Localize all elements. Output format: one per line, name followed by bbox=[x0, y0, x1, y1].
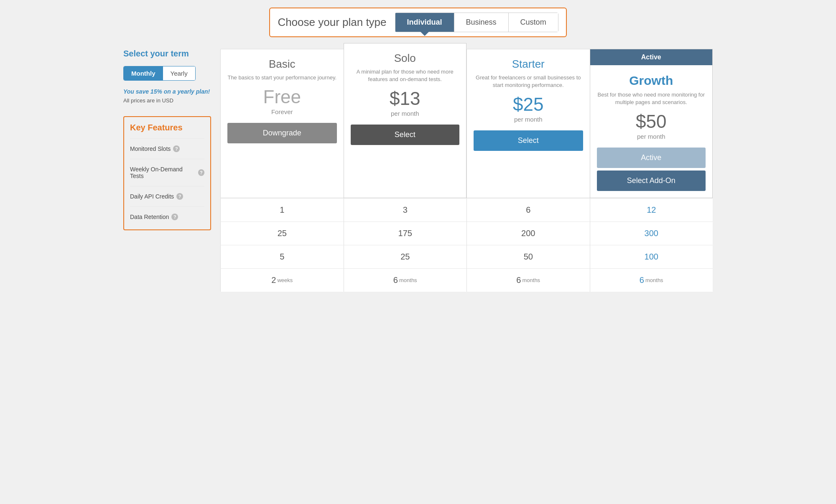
basic-monitored-slots: 1 bbox=[220, 198, 344, 221]
starter-api: 50 bbox=[466, 245, 590, 268]
term-toggle: Monthly Yearly bbox=[123, 66, 196, 81]
data-retention-help-icon[interactable]: ? bbox=[171, 214, 178, 220]
plan-solo-inner: Solo A minimal plan for those who need m… bbox=[344, 43, 466, 198]
plan-starter-price: $25 bbox=[513, 94, 543, 115]
plan-type-business[interactable]: Business bbox=[454, 13, 509, 32]
plan-starter-desc: Great for freelancers or small businesse… bbox=[474, 74, 583, 89]
term-yearly[interactable]: Yearly bbox=[163, 66, 195, 80]
feature-monitored-slots: Monitored Slots ? bbox=[130, 138, 204, 159]
starter-monitored-slots: 6 bbox=[466, 198, 590, 221]
starter-retention: 6 months bbox=[466, 268, 590, 292]
pricing-area: Select your term Monthly Yearly You save… bbox=[123, 49, 713, 292]
basic-api: 5 bbox=[220, 245, 344, 268]
solo-api: 25 bbox=[344, 245, 467, 268]
plan-basic: Basic The basics to start your performan… bbox=[220, 49, 344, 198]
plan-solo-desc: A minimal plan for those who need more f… bbox=[351, 68, 460, 83]
plan-type-buttons: Individual Business Custom bbox=[395, 13, 558, 32]
plans-wrapper: Basic The basics to start your performan… bbox=[220, 49, 713, 292]
key-features-box: Key Features Monitored Slots ? Weekly On… bbox=[123, 116, 211, 230]
basic-weekly: 25 bbox=[220, 221, 344, 245]
plan-basic-price-sub: Forever bbox=[271, 108, 293, 115]
plan-basic-price: Free bbox=[263, 87, 301, 107]
daily-api-credits-help-icon[interactable]: ? bbox=[176, 193, 183, 200]
plan-growth-addon-button[interactable]: Select Add-On bbox=[597, 171, 706, 191]
solo-retention: 6 months bbox=[344, 268, 467, 292]
solo-weekly: 175 bbox=[344, 221, 467, 245]
plan-starter: Starter Great for freelancers or small b… bbox=[466, 49, 590, 198]
plan-starter-button[interactable]: Select bbox=[474, 130, 583, 151]
weekly-on-demand-help-icon[interactable]: ? bbox=[198, 169, 204, 176]
growth-weekly: 300 bbox=[590, 221, 713, 245]
monitored-slots-help-icon[interactable]: ? bbox=[173, 145, 180, 152]
feature-data-retention: Data Retention ? bbox=[130, 206, 204, 227]
top-bar: Choose your plan type Individual Busines… bbox=[0, 0, 836, 37]
plan-growth-desc: Best for those who need more monitoring … bbox=[597, 91, 706, 106]
plan-starter-inner: Starter Great for freelancers or small b… bbox=[467, 49, 590, 198]
feature-rows-grid: 1 3 6 12 25 175 200 300 5 25 50 100 2 we… bbox=[220, 198, 713, 292]
growth-api: 100 bbox=[590, 245, 713, 268]
select-term-title: Select your term bbox=[123, 49, 211, 59]
solo-monitored-slots: 3 bbox=[344, 198, 467, 221]
plan-type-selector: Choose your plan type Individual Busines… bbox=[269, 8, 566, 37]
plan-solo-price-sub: per month bbox=[391, 110, 419, 117]
plan-basic-name: Basic bbox=[269, 58, 296, 71]
plan-basic-inner: Basic The basics to start your performan… bbox=[221, 49, 344, 198]
term-monthly[interactable]: Monthly bbox=[124, 66, 163, 80]
plan-growth-active-button: Active bbox=[597, 148, 706, 168]
plan-solo-price: $13 bbox=[390, 88, 420, 109]
choose-plan-label: Choose your plan type bbox=[278, 16, 386, 29]
plan-growth-price: $50 bbox=[636, 111, 666, 132]
basic-retention: 2 weeks bbox=[220, 268, 344, 292]
plan-growth-price-sub: per month bbox=[637, 133, 665, 140]
save-text: You save 15% on a yearly plan! bbox=[123, 88, 211, 95]
plan-starter-name: Starter bbox=[512, 58, 545, 71]
plan-solo: Solo A minimal plan for those who need m… bbox=[344, 43, 467, 198]
active-badge: Active bbox=[590, 49, 713, 65]
prices-usd: All prices are in USD bbox=[123, 97, 211, 104]
feature-weekly-on-demand: Weekly On-Demand Tests ? bbox=[130, 159, 204, 186]
plan-type-custom[interactable]: Custom bbox=[509, 13, 558, 32]
main-content: Select your term Monthly Yearly You save… bbox=[115, 37, 721, 300]
plan-type-individual[interactable]: Individual bbox=[395, 13, 454, 32]
plan-solo-name: Solo bbox=[394, 52, 416, 65]
plan-growth-name: Growth bbox=[629, 74, 673, 88]
plan-starter-price-sub: per month bbox=[514, 116, 543, 123]
plan-growth-inner: Growth Best for those who need more moni… bbox=[590, 65, 713, 198]
plan-solo-button[interactable]: Select bbox=[351, 125, 460, 145]
plans-header-row: Basic The basics to start your performan… bbox=[220, 49, 713, 198]
growth-monitored-slots: 12 bbox=[590, 198, 713, 221]
growth-retention: 6 months bbox=[590, 268, 713, 292]
left-sidebar: Select your term Monthly Yearly You save… bbox=[123, 49, 215, 230]
feature-daily-api-credits: Daily API Credits ? bbox=[130, 186, 204, 206]
key-features-title: Key Features bbox=[130, 123, 204, 132]
plan-basic-button[interactable]: Downgrade bbox=[227, 123, 337, 143]
plan-growth: Active Growth Best for those who need mo… bbox=[590, 49, 713, 198]
plan-basic-desc: The basics to start your performance jou… bbox=[227, 74, 336, 81]
starter-weekly: 200 bbox=[466, 221, 590, 245]
